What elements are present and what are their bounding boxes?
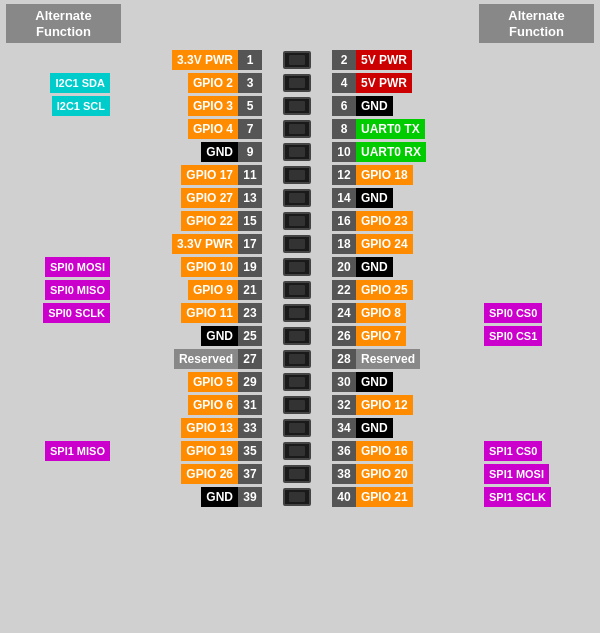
left-pin-label: GPIO 5 [188,372,238,392]
right-pin-label: UART0 TX [356,119,425,139]
right-alt-function [482,417,592,439]
left-pin-number: 11 [238,165,262,185]
right-pin-label: GPIO 12 [356,395,413,415]
right-pin-label: GND [356,188,393,208]
right-alt-function [482,141,592,163]
left-pin-area: Reserved27 [112,348,262,370]
right-alt-function [482,118,592,140]
left-pin-number: 5 [238,96,262,116]
left-pin-area: GND9 [112,141,262,163]
connector-center [262,279,332,301]
left-pin-label: GPIO 11 [181,303,238,323]
right-pin-number: 16 [332,211,356,231]
left-pin-label: GPIO 4 [188,119,238,139]
connector-pin-inner [289,101,305,111]
left-pin-number: 27 [238,349,262,369]
right-pin-label: GND [356,257,393,277]
connector-center [262,256,332,278]
left-pin-area: 3.3V PWR17 [112,233,262,255]
right-pin-area: 32GPIO 12 [332,394,482,416]
left-alt-function [2,486,112,508]
right-pin-label: 5V PWR [356,50,412,70]
left-pin-number: 35 [238,441,262,461]
connector-pin [283,212,311,230]
right-pin-number: 10 [332,142,356,162]
left-pin-area: GPIO 1935 [112,440,262,462]
connector-pin-inner [289,55,305,65]
connector-pin [283,396,311,414]
left-pin-number: 17 [238,234,262,254]
right-pin-number: 30 [332,372,356,392]
right-pin-number: 8 [332,119,356,139]
right-pin-label: 5V PWR [356,73,412,93]
left-pin-label: 3.3V PWR [172,50,238,70]
connector-center [262,118,332,140]
left-pin-number: 37 [238,464,262,484]
connector-center [262,72,332,94]
right-alt-label: SPI1 MOSI [484,464,549,484]
right-pin-label: UART0 RX [356,142,426,162]
right-alt-function: SPI1 SCLK [482,486,592,508]
left-pin-number: 31 [238,395,262,415]
right-alt-function [482,210,592,232]
connector-pin [283,327,311,345]
right-pin-number: 38 [332,464,356,484]
left-pin-area: GPIO 2215 [112,210,262,232]
pin-row: SPI1 MISOGPIO 193536GPIO 16SPI1 CS0 [2,440,598,462]
right-alt-function [482,394,592,416]
right-alt-function [482,95,592,117]
right-pin-number: 18 [332,234,356,254]
left-pin-label: GPIO 10 [181,257,238,277]
left-pin-label: GPIO 26 [181,464,238,484]
left-alt-function: SPI1 MISO [2,440,112,462]
connector-pin-inner [289,216,305,226]
right-alt-label: SPI1 SCLK [484,487,551,507]
pin-row: 3.3V PWR125V PWR [2,49,598,71]
right-pin-label: GPIO 7 [356,326,406,346]
right-pin-label: GPIO 23 [356,211,413,231]
right-pin-area: 45V PWR [332,72,482,94]
connector-pin [283,51,311,69]
right-pin-area: 25V PWR [332,49,482,71]
connector-pin-inner [289,492,305,502]
left-alt-function: I2C1 SDA [2,72,112,94]
left-pin-label: GPIO 9 [188,280,238,300]
right-pin-number: 4 [332,73,356,93]
left-alt-function [2,394,112,416]
pin-row: GPIO 271314GND [2,187,598,209]
right-pin-area: 14GND [332,187,482,209]
pin-row: GPIO 171112GPIO 18 [2,164,598,186]
right-pin-area: 36GPIO 16 [332,440,482,462]
pin-row: I2C1 SCLGPIO 356GND [2,95,598,117]
right-pin-area: 38GPIO 20 [332,463,482,485]
left-alt-function [2,141,112,163]
connector-pin [283,281,311,299]
left-pin-area: GPIO 47 [112,118,262,140]
left-alt-label: SPI1 MISO [45,441,110,461]
connector-center [262,463,332,485]
right-pin-label: GPIO 20 [356,464,413,484]
connector-pin-inner [289,147,305,157]
left-alt-function: I2C1 SCL [2,95,112,117]
header-row: AlternateFunction AlternateFunction [2,4,598,43]
left-alt-label: SPI0 SCLK [43,303,110,323]
connector-center [262,233,332,255]
right-pin-area: 10UART0 RX [332,141,482,163]
right-alt-function [482,72,592,94]
left-pin-area: GPIO 35 [112,95,262,117]
left-pin-label: GPIO 19 [181,441,238,461]
right-pin-area: 16GPIO 23 [332,210,482,232]
connector-pin-inner [289,193,305,203]
left-pin-area: GPIO 2637 [112,463,262,485]
left-pin-area: GND25 [112,325,262,347]
right-header: AlternateFunction [479,4,594,43]
left-alt-label: SPI0 MOSI [45,257,110,277]
connector-pin [283,373,311,391]
left-alt-label: I2C1 SDA [50,73,110,93]
right-alt-function [482,279,592,301]
connector-pin [283,189,311,207]
left-pin-label: GPIO 17 [181,165,238,185]
left-alt-function [2,417,112,439]
right-pin-number: 22 [332,280,356,300]
right-alt-function: SPI0 CS1 [482,325,592,347]
